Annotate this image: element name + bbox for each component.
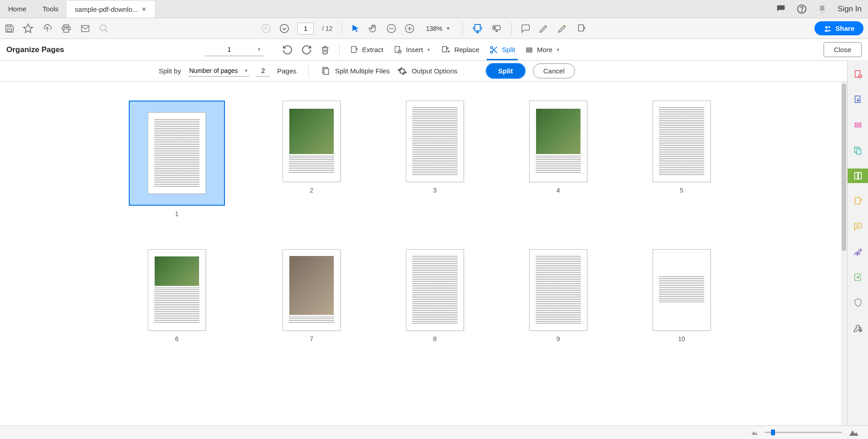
zoom-in-icon[interactable]: [405, 24, 414, 34]
comment-icon[interactable]: [521, 24, 531, 34]
thumb-number: 9: [556, 335, 560, 343]
vertical-scrollbar[interactable]: [841, 82, 847, 425]
svg-point-9: [262, 24, 270, 32]
page-thumb-3[interactable]: 3: [406, 101, 464, 217]
help-icon[interactable]: [797, 4, 807, 14]
slider-thumb[interactable]: [771, 429, 775, 435]
tab-file[interactable]: sample-pdf-downlo... ✕: [67, 0, 155, 18]
page-select-dropdown[interactable]: 1▼: [205, 43, 264, 56]
create-pdf-icon[interactable]: [848, 67, 868, 82]
svg-rect-33: [855, 123, 861, 125]
stamp-icon[interactable]: [576, 24, 587, 34]
split-method-dropdown[interactable]: Number of pages▼: [188, 65, 249, 77]
more-button[interactable]: More▼: [522, 44, 563, 56]
highlight-icon[interactable]: [539, 24, 549, 34]
chat-icon[interactable]: [776, 5, 786, 14]
svg-point-10: [280, 24, 288, 32]
page-number-input[interactable]: [297, 23, 314, 34]
split-action-button[interactable]: Split: [486, 63, 526, 79]
zoom-level-dropdown[interactable]: 138%▼: [423, 24, 454, 33]
sign-icon[interactable]: [557, 24, 568, 34]
extract-button[interactable]: Extract: [347, 43, 386, 57]
split-button[interactable]: Split: [487, 41, 518, 60]
page-thumb-4[interactable]: 4: [529, 101, 587, 217]
replace-button[interactable]: Replace: [438, 43, 482, 57]
combine-files-icon[interactable]: [848, 143, 868, 158]
svg-point-1: [801, 11, 802, 11]
thumb-number: 5: [680, 187, 683, 194]
thumb-number: 1: [175, 210, 179, 217]
split-pages-input[interactable]: [256, 65, 270, 77]
tabs-bar: Home Tools sample-pdf-downlo... ✕ Sign I…: [0, 0, 868, 18]
svg-rect-39: [855, 198, 860, 204]
chevron-down-icon: ▼: [446, 26, 450, 31]
save-icon[interactable]: [5, 24, 15, 34]
cloud-upload-icon[interactable]: [42, 24, 53, 34]
thumb-size-small-icon[interactable]: [751, 430, 758, 435]
chevron-down-icon: ▼: [427, 48, 431, 52]
comment-tool-icon[interactable]: [848, 219, 868, 234]
more-tools-icon[interactable]: [848, 321, 868, 335]
rotate-cw-icon[interactable]: [299, 44, 314, 55]
split-multiple-files-button[interactable]: Split Multiple Files: [321, 66, 390, 77]
thumbnail-size-slider[interactable]: [765, 432, 842, 433]
svg-rect-26: [527, 49, 532, 50]
more-label: More: [537, 46, 552, 53]
compress-pdf-icon[interactable]: [848, 194, 868, 208]
split-action-label: Split: [498, 67, 513, 75]
fill-sign-icon[interactable]: [848, 245, 868, 259]
output-options-button[interactable]: Output Options: [397, 66, 458, 76]
share-button[interactable]: Share: [814, 21, 863, 35]
bell-icon[interactable]: [818, 4, 827, 14]
svg-rect-29: [324, 68, 328, 74]
tab-tools[interactable]: Tools: [34, 0, 67, 18]
rotate-ccw-icon[interactable]: [280, 44, 295, 55]
email-icon[interactable]: [80, 24, 91, 33]
delete-icon[interactable]: [318, 44, 332, 55]
sign-in-link[interactable]: Sign In: [838, 5, 862, 14]
page-thumb-1[interactable]: 1: [129, 101, 225, 217]
split-method-value: Number of pages: [189, 67, 238, 74]
close-icon[interactable]: ✕: [141, 6, 146, 13]
thumb-number: 3: [433, 187, 437, 194]
fit-width-icon[interactable]: [472, 23, 483, 34]
page-thumb-10[interactable]: 10: [653, 249, 711, 343]
zoom-out-icon[interactable]: [386, 24, 396, 34]
page-thumb-5[interactable]: 5: [653, 101, 711, 217]
svg-point-18: [829, 26, 830, 28]
svg-point-8: [100, 24, 106, 30]
page-thumb-2[interactable]: 2: [283, 101, 341, 217]
protect-icon[interactable]: [848, 295, 868, 310]
svg-point-23: [490, 46, 493, 48]
page-thumb-9[interactable]: 9: [529, 249, 587, 343]
tab-home[interactable]: Home: [0, 0, 34, 18]
cancel-button[interactable]: Cancel: [533, 63, 575, 78]
read-mode-icon[interactable]: [491, 24, 502, 34]
hand-tool-icon[interactable]: [368, 24, 378, 34]
page-thumb-6[interactable]: 6: [148, 249, 206, 343]
insert-button[interactable]: Insert▼: [390, 43, 433, 57]
organize-pages-icon[interactable]: [848, 169, 868, 183]
thumb-number: 8: [433, 335, 437, 343]
scrollbar-thumb[interactable]: [842, 83, 846, 251]
export-pdf-icon[interactable]: [848, 92, 868, 107]
svg-rect-6: [64, 29, 69, 32]
send-for-signature-icon[interactable]: [848, 270, 868, 285]
svg-rect-13: [475, 24, 480, 31]
thumb-size-large-icon[interactable]: [848, 429, 860, 437]
page-thumb-7[interactable]: 7: [283, 249, 341, 343]
star-icon[interactable]: [23, 23, 34, 34]
edit-pdf-icon[interactable]: [848, 118, 868, 132]
replace-label: Replace: [454, 46, 479, 53]
print-icon[interactable]: [61, 24, 72, 34]
page-thumb-8[interactable]: 8: [406, 249, 464, 343]
insert-label: Insert: [406, 46, 423, 53]
svg-rect-36: [857, 149, 861, 154]
page-down-icon[interactable]: [279, 24, 289, 34]
split-multiple-label: Split Multiple Files: [335, 67, 390, 75]
close-button[interactable]: Close: [824, 42, 862, 57]
thumb-number: 10: [678, 335, 685, 343]
thumbnails-area[interactable]: 1 2 3 4 5 6 7: [0, 82, 847, 425]
split-sub-bar: Split by Number of pages▼ Pages Split Mu…: [0, 61, 868, 82]
selection-tool-icon[interactable]: [351, 24, 360, 34]
